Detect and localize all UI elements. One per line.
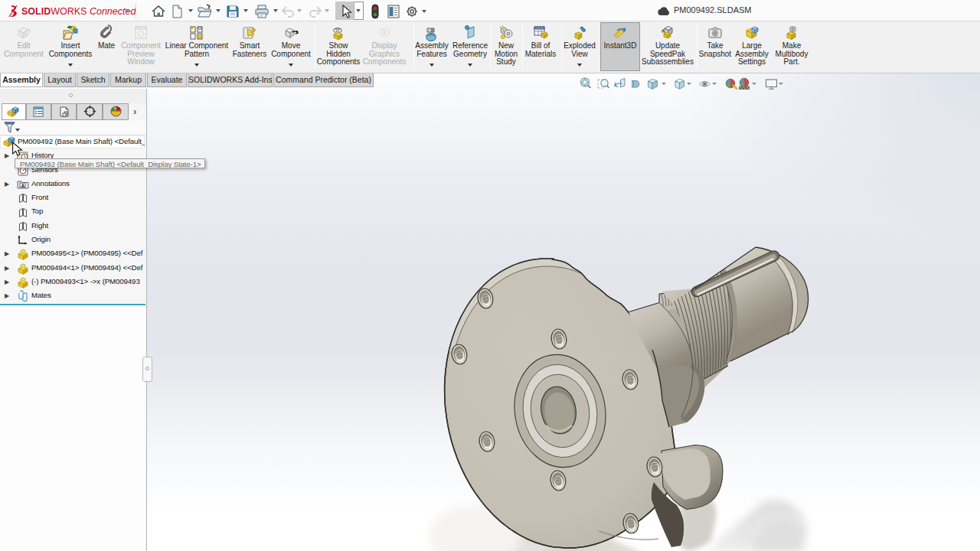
svg-text:SOLIDWORKS Connected: SOLIDWORKS Connected bbox=[21, 6, 136, 17]
svg-text:A: A bbox=[21, 183, 25, 188]
